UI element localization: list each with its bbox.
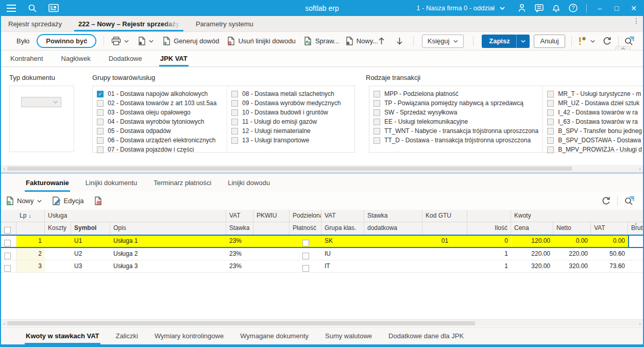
checkbox-item[interactable]: I_63 - Dostawa towarów w ra — [547, 117, 642, 126]
checkbox-item[interactable]: MR_T - Usługi turystyczne - m — [547, 89, 642, 98]
scrollbar-thumb[interactable] — [7, 167, 572, 171]
checkbox-item[interactable]: 12 - Usługi niematerialne — [231, 126, 352, 136]
checkbox[interactable] — [231, 109, 238, 116]
checkbox[interactable] — [97, 119, 104, 125]
checkbox[interactable] — [547, 137, 554, 144]
user-icon[interactable] — [518, 4, 526, 12]
checkbox[interactable] — [231, 137, 238, 144]
main-tab[interactable]: 222 – Nowy – Rejestr sprzedaży — [70, 16, 188, 31]
document-options-button[interactable] — [138, 37, 154, 45]
table-row[interactable]: 1U1Usługa 123%SK010120.000.000.00 — [1, 235, 643, 248]
checkbox-item[interactable]: 08 - Dostawa metali szlachetnych — [231, 89, 352, 98]
row-select-checkbox[interactable] — [1, 236, 16, 247]
header-kwoty[interactable]: Kwoty — [511, 210, 643, 222]
checkbox-item[interactable]: 05 - Dostawa odpadów — [97, 126, 225, 136]
checkbox-item[interactable]: TT_D - Dostawa - transakcja trójstronna … — [374, 136, 540, 145]
cell-podzielona-checkbox[interactable] — [290, 236, 321, 247]
lines-tab[interactable]: Terminarz płatności — [154, 174, 211, 192]
header-platnosc[interactable]: Płatność — [290, 222, 321, 235]
header-stawka-dodatkowa[interactable]: Stawka — [364, 210, 422, 222]
header-usluga[interactable]: Usługa — [45, 210, 226, 222]
header-kod-gtu[interactable]: Kod GTU — [422, 210, 467, 222]
bottom-tab[interactable]: Dodatkowe dane dla JPK — [388, 327, 464, 344]
panel-collapse-icon[interactable]: ‹ — [635, 220, 637, 227]
checkbox[interactable] — [97, 128, 104, 135]
move-up-icon[interactable] — [378, 37, 385, 45]
checkbox[interactable] — [231, 119, 238, 125]
checkbox[interactable] — [374, 109, 380, 116]
header-koszty[interactable]: Koszty — [45, 222, 71, 235]
bottom-tab[interactable]: Kwoty w stawkach VAT — [26, 327, 99, 344]
row-select-checkbox[interactable] — [1, 260, 16, 272]
checkbox-item[interactable]: 06 - Dostawa urządzeń elektronicznych — [97, 136, 225, 145]
checkbox-item[interactable]: TT_WNT - Nabycie - transakcja trójstronn… — [374, 126, 540, 136]
generuj-dowod-button[interactable]: Generuj dowód — [163, 37, 219, 45]
lines-tab[interactable]: Fakturowanie — [26, 174, 69, 192]
checkbox-item[interactable]: MR_UZ - Dostawa dzieł sztuk — [547, 98, 642, 108]
hamburger-menu-icon[interactable] — [6, 4, 16, 12]
cell-podzielona-checkbox[interactable] — [302, 253, 309, 259]
notifications-bell-icon[interactable] — [552, 4, 560, 12]
bottom-tab[interactable]: Sumy walutowe — [325, 327, 372, 344]
warnings-settings-button[interactable] — [577, 36, 595, 46]
checkbox-item[interactable]: 11 - Usługi do emisji gazów — [231, 117, 352, 126]
search-filter-icon[interactable] — [624, 196, 635, 206]
checkbox-item[interactable]: 04 - Dostawa wyrobów tytoniowych — [97, 117, 225, 126]
ksieguj-button[interactable]: Księguj — [422, 35, 464, 48]
checkbox[interactable] — [547, 119, 554, 125]
checkbox[interactable] — [374, 91, 380, 97]
bottom-tab[interactable]: Zaliczki — [116, 327, 138, 344]
document-tab[interactable]: Kontrahent — [10, 51, 43, 67]
header-ilosc[interactable]: Ilość — [467, 222, 511, 235]
grid-delete-button[interactable] — [94, 196, 102, 205]
maximize-button[interactable]: □ — [613, 4, 621, 12]
checkbox[interactable] — [547, 100, 554, 107]
header-cena[interactable]: Cena — [511, 222, 553, 235]
header-stawka[interactable]: Stawka — [226, 222, 253, 235]
document-tab[interactable]: Nagłówek — [61, 51, 91, 67]
scroll-left-icon[interactable]: ‹ — [1, 166, 7, 172]
nowy-dokument-button[interactable]: Nowy... — [346, 37, 378, 45]
checkbox[interactable]: ✓ — [97, 91, 104, 97]
checkbox-item[interactable]: 07 - Dostawa pojazdów i części — [97, 145, 225, 154]
checkbox[interactable] — [97, 100, 104, 107]
news-icon[interactable] — [48, 4, 59, 12]
checkbox[interactable] — [547, 91, 554, 97]
checkbox-item[interactable]: 13 - Usługi transportowe — [231, 136, 352, 145]
checkbox[interactable] — [547, 109, 554, 116]
select-all-checkbox[interactable] — [1, 222, 16, 235]
main-tab[interactable]: Rejestr sprzedaży — [0, 16, 70, 31]
header-opis[interactable]: Opis — [110, 222, 226, 235]
document-tab[interactable]: JPK VAT — [160, 51, 188, 67]
checkbox-item[interactable]: EE - Usługi telekomunikacyjne — [374, 117, 540, 126]
zapisz-button[interactable]: Zapisz — [482, 35, 529, 48]
grid-edit-button[interactable]: Edycja — [52, 196, 84, 205]
checkbox[interactable] — [547, 128, 554, 135]
table-row[interactable]: 2U2Usługa 223%IU1220.00220.0050.60 — [1, 248, 643, 260]
scroll-right-icon[interactable]: › — [637, 320, 643, 326]
header-pkwiu[interactable]: PKWIU — [253, 210, 290, 222]
minimize-button[interactable]: – — [596, 4, 604, 12]
sprawdz-button[interactable]: Spraw... — [304, 37, 340, 45]
header-netto[interactable]: Netto — [553, 222, 591, 235]
search-icon[interactable] — [28, 4, 37, 13]
checkbox[interactable] — [97, 137, 104, 144]
checkbox[interactable] — [231, 100, 238, 107]
header-lp[interactable]: Lp↓ — [16, 210, 45, 222]
toolbar-collapse-handle[interactable] — [615, 46, 631, 51]
checkbox-item[interactable]: 03 - Dostawa oleju opałowego — [97, 108, 225, 117]
powinno-byc-button[interactable]: Powinno być — [37, 34, 96, 48]
header-vat[interactable]: VAT — [226, 210, 253, 222]
tab-overflow-menu-icon[interactable]: ⋮ — [633, 19, 638, 22]
print-button[interactable] — [111, 37, 129, 45]
scroll-left-icon[interactable]: ‹ — [1, 320, 7, 326]
scroll-right-icon[interactable]: › — [637, 166, 643, 172]
close-button[interactable]: ✕ — [630, 4, 638, 12]
cell-podzielona-checkbox[interactable] — [290, 260, 321, 272]
table-row[interactable]: 3U3Usługa 323%IT1320.00320.0073.60 — [1, 260, 643, 273]
checkbox-item[interactable]: 02 - Dostawa towarów z art 103 ust.5aa — [97, 98, 225, 108]
checkbox-item[interactable]: B_SPV - Transfer bonu jedneg — [547, 126, 642, 136]
checkbox[interactable] — [97, 146, 104, 153]
checkbox-item[interactable]: ✓01 - Dostawa napojów alkoholowych — [97, 89, 225, 98]
header-vat-grupa[interactable]: VAT — [321, 210, 364, 222]
